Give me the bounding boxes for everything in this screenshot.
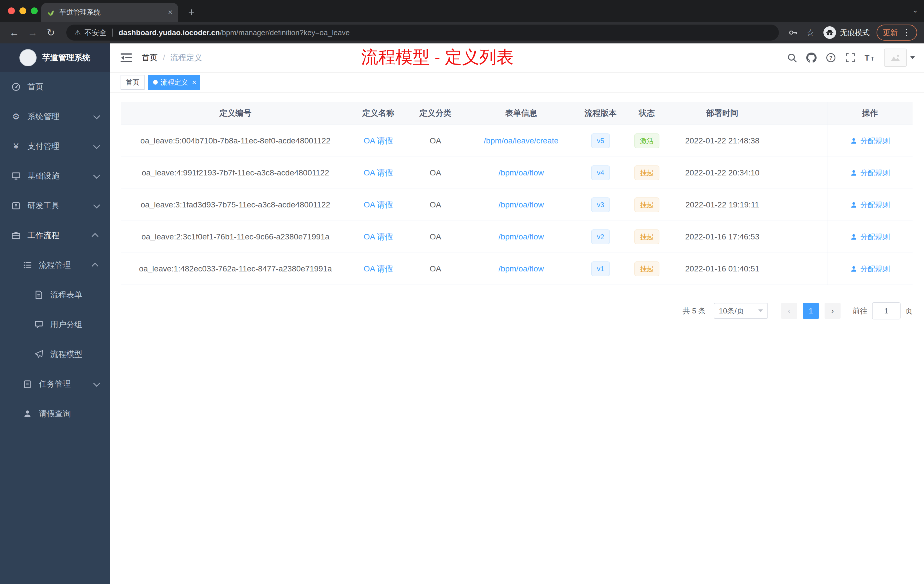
sidebar-item-task-mgmt[interactable]: 任务管理 [0,369,110,399]
sidebar-item-leave-query[interactable]: 请假查询 [0,399,110,429]
search-icon[interactable] [784,49,800,66]
tag-close-icon[interactable]: × [192,79,196,86]
browser-toolbar: ← → ↻ ⚠ 不安全 dashboard.yudao.iocoder.cn /… [0,22,924,43]
col-spacer [774,102,827,125]
browser-tab[interactable]: 芋道管理系统 × [41,3,178,22]
page-content: 定义编号 定义名称 定义分类 表单信息 流程版本 状态 部署时间 操作 oa_l… [110,92,924,328]
sidebar-item-devtools[interactable]: 研发工具 [0,191,110,221]
person-icon [23,409,32,418]
definition-name-link[interactable]: OA 请假 [364,200,393,210]
logo-avatar [20,49,36,66]
tab-close-icon[interactable]: × [168,8,173,16]
col-header: 定义编号 [121,102,350,125]
list-icon [23,261,32,270]
zoom-window-button[interactable] [31,7,38,14]
lockbox-icon [12,201,21,210]
form-link[interactable]: /bpm/oa/leave/create [484,136,559,145]
back-icon[interactable]: ← [7,25,22,40]
sidebar-item-label: 基础设施 [27,171,59,181]
reload-icon[interactable]: ↻ [43,25,58,40]
definition-category: OA [407,125,464,157]
definition-category: OA [407,253,464,285]
caret-down-icon[interactable] [910,56,915,59]
sidebar-item-process-form[interactable]: 流程表单 [0,280,110,310]
sidebar-logo[interactable]: 芋道管理系统 [0,43,110,72]
fullscreen-icon[interactable] [842,49,859,66]
github-icon[interactable] [803,49,820,66]
table-row: oa_leave:3:1fad3d93-7b75-11ec-a3c8-acde4… [121,189,912,221]
definition-name-link[interactable]: OA 请假 [364,167,393,178]
sidebar-item-system[interactable]: ⚙ 系统管理 [0,102,110,132]
close-window-button[interactable] [8,7,15,14]
help-icon[interactable]: ? [822,49,840,66]
sidebar-item-process-mgmt[interactable]: 流程管理 [0,250,110,280]
form-link[interactable]: /bpm/oa/flow [498,264,544,274]
briefcase-icon [12,231,21,240]
assign-rule-button[interactable]: 分配规则 [850,264,890,274]
tab-search-icon[interactable]: ⌄ [912,6,918,15]
paper-plane-icon [34,350,43,359]
page-number-button[interactable]: 1 [803,303,819,319]
assign-rule-button[interactable]: 分配规则 [850,232,890,242]
sidebar-item-label: 请假查询 [39,408,71,419]
prev-page-button[interactable]: ‹ [781,303,797,319]
definition-name-link[interactable]: OA 请假 [364,135,393,146]
password-key-icon[interactable] [786,25,800,40]
bookmark-star-icon[interactable]: ☆ [803,25,818,40]
goto-page-input[interactable] [872,302,901,319]
chat-bubble-icon [34,320,43,329]
assign-rule-button[interactable]: 分配规则 [850,200,890,210]
status-badge: 挂起 [634,229,660,244]
pagination: 共 5 条 10条/页 ‹ 1 › 前往 页 [121,302,912,319]
sidebar-menu: 首页 ⚙ 系统管理 ¥ 支付管理 基础设施 [0,72,110,429]
tab-title: 芋道管理系统 [59,8,163,17]
goto-label: 前往 [853,306,868,316]
form-link[interactable]: /bpm/oa/flow [498,232,544,241]
sidebar-item-payment[interactable]: ¥ 支付管理 [0,132,110,161]
person-icon [850,201,858,209]
definition-id: oa_leave:1:482ec033-762a-11ec-8477-a2380… [121,253,350,285]
next-page-button[interactable]: › [825,303,841,319]
definition-name-link[interactable]: OA 请假 [364,231,393,242]
browser-update-button[interactable]: 更新 ⋮ [876,25,917,41]
sidebar-item-label: 工作流程 [27,230,59,241]
browser-tab-strip: 芋道管理系统 × + ⌄ [0,0,924,22]
definition-table: 定义编号 定义名称 定义分类 表单信息 流程版本 状态 部署时间 操作 oa_l… [121,102,912,285]
sidebar-item-process-model[interactable]: 流程模型 [0,340,110,369]
sidebar-item-infra[interactable]: 基础设施 [0,161,110,191]
person-icon [850,137,858,145]
user-avatar[interactable] [884,49,907,67]
version-tag: v5 [591,134,610,148]
page-size-value: 10条/页 [719,306,744,316]
sidebar-item-user-group[interactable]: 用户分组 [0,310,110,340]
new-tab-button[interactable]: + [184,5,199,20]
sidebar-item-label: 流程模型 [50,349,82,360]
breadcrumb-home[interactable]: 首页 [142,52,158,63]
sidebar-item-label: 系统管理 [27,111,59,122]
sidebar-item-workflow[interactable]: 工作流程 [0,221,110,250]
hamburger-icon[interactable] [119,50,134,65]
chevron-down-icon [93,172,100,178]
tag-process-definition[interactable]: 流程定义 × [148,75,200,90]
sidebar: 芋道管理系统 首页 ⚙ 系统管理 ¥ 支付管理 [0,43,110,584]
sidebar-item-home[interactable]: 首页 [0,72,110,102]
dashboard-icon [12,82,21,91]
page-size-select[interactable]: 10条/页 [714,303,768,319]
incognito-label: 无痕模式 [840,28,870,38]
breadcrumb-current: 流程定义 [170,52,202,63]
address-bar[interactable]: ⚠ 不安全 dashboard.yudao.iocoder.cn /bpm/ma… [66,25,779,41]
assign-rule-button[interactable]: 分配规则 [850,136,890,146]
table-row: oa_leave:1:482ec033-762a-11ec-8477-a2380… [121,253,912,285]
assign-rule-button[interactable]: 分配规则 [850,168,890,178]
tag-home[interactable]: 首页 [120,75,145,90]
font-size-icon[interactable]: TT [861,49,878,66]
minimize-window-button[interactable] [20,7,26,14]
browser-menu-icon[interactable]: ⋮ [902,28,911,37]
deploy-time: 2022-01-16 17:46:53 [671,221,774,252]
forward-icon[interactable]: → [25,25,40,40]
clipboard-icon [23,379,32,389]
definition-name-link[interactable]: OA 请假 [364,264,393,274]
logo-title: 芋道管理系统 [42,52,90,63]
form-link[interactable]: /bpm/oa/flow [498,168,544,177]
form-link[interactable]: /bpm/oa/flow [498,200,544,210]
